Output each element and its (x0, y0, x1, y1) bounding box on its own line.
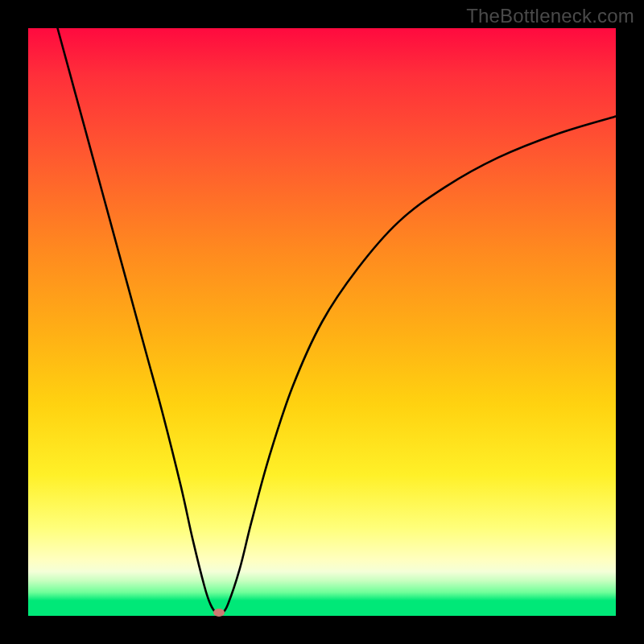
chart-frame: TheBottleneck.com (0, 0, 644, 644)
bottleneck-curve (28, 28, 616, 616)
plot-area (28, 28, 616, 616)
optimal-point-marker (213, 609, 225, 617)
watermark-text: TheBottleneck.com (466, 5, 634, 27)
